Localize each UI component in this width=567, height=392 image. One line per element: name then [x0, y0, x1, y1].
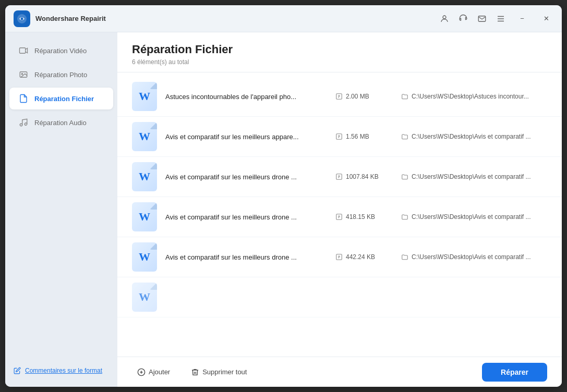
fichier-icon	[18, 93, 29, 104]
sidebar-item-audio[interactable]: Réparation Audio	[9, 112, 113, 133]
app-window: Wondershare Repairit	[5, 5, 562, 387]
file-path: C:\Users\WS\Desktop\Avis et comparatif .…	[401, 253, 547, 261]
sidebar-footer: Commentaires sur le format	[5, 361, 117, 381]
sidebar-label-audio: Réparation Audio	[34, 119, 87, 127]
file-size: 1.56 MB	[335, 133, 393, 140]
delete-all-button[interactable]: Supprimer tout	[186, 365, 252, 379]
svg-point-1	[21, 17, 23, 20]
mail-icon[interactable]	[477, 14, 487, 23]
file-name: Avis et comparatif sur les meilleurs dro…	[165, 213, 327, 221]
page-title: Réparation Fichier	[132, 43, 547, 56]
audio-icon	[18, 117, 29, 128]
close-button[interactable]: ✕	[539, 11, 553, 26]
photo-icon	[18, 69, 29, 80]
svg-point-11	[25, 123, 27, 126]
app-title: Wondershare Repairit	[35, 15, 440, 22]
feedback-text: Commentaires sur le format	[25, 367, 102, 374]
table-row: W Avis et comparatif sur les meilleurs a…	[117, 117, 562, 157]
content-header: Réparation Fichier 6 élément(s) au total	[117, 32, 562, 72]
menu-icon[interactable]	[496, 14, 505, 23]
titlebar: Wondershare Repairit	[5, 5, 562, 32]
svg-point-10	[20, 124, 22, 126]
file-icon: W	[132, 242, 157, 272]
svg-point-2	[443, 16, 446, 19]
delete-label: Supprimer tout	[202, 368, 247, 376]
file-name: Avis et comparatif sur les meilleurs dro…	[165, 173, 327, 181]
support-icon[interactable]	[459, 14, 468, 23]
video-icon	[18, 45, 29, 56]
file-size: 442.24 KB	[335, 253, 393, 261]
sidebar-item-video[interactable]: Réparation Vidéo	[9, 40, 113, 62]
file-path: C:\Users\WS\Desktop\Avis et comparatif .…	[401, 213, 547, 220]
sidebar: Réparation Vidéo Réparation Photo Répara…	[5, 32, 117, 387]
sidebar-item-photo[interactable]: Réparation Photo	[9, 64, 113, 85]
svg-rect-7	[20, 48, 26, 54]
app-logo	[14, 10, 30, 27]
repair-button[interactable]: Réparer	[482, 363, 547, 382]
table-row-partial: W	[117, 277, 562, 317]
main-layout: Réparation Vidéo Réparation Photo Répara…	[5, 32, 562, 387]
table-row: W Avis et comparatif sur les meilleurs d…	[117, 237, 562, 277]
minimize-button[interactable]: −	[515, 11, 529, 26]
file-list: W Astuces incontournables de l'appareil …	[117, 72, 562, 357]
file-name: Avis et comparatif sur les meilleurs dro…	[165, 253, 327, 261]
sidebar-item-fichier[interactable]: Réparation Fichier	[9, 88, 113, 109]
sidebar-label-video: Réparation Vidéo	[34, 47, 87, 55]
user-icon[interactable]	[440, 14, 449, 23]
file-name: Astuces incontournables de l'appareil ph…	[165, 93, 327, 101]
file-count: 6 élément(s) au total	[132, 58, 547, 66]
table-row: W Avis et comparatif sur les meilleurs d…	[117, 157, 562, 197]
file-path: C:\Users\WS\Desktop\Avis et comparatif .…	[401, 133, 547, 140]
sidebar-label-fichier: Réparation Fichier	[34, 95, 94, 103]
svg-point-9	[21, 74, 22, 75]
file-icon: W	[132, 283, 157, 312]
file-icon: W	[132, 122, 157, 151]
file-icon: W	[132, 162, 157, 191]
window-controls: − ✕	[440, 11, 553, 26]
file-icon: W	[132, 82, 157, 111]
content-footer: Ajouter Supprimer tout Réparer	[117, 357, 562, 387]
file-name: Avis et comparatif sur les meilleurs app…	[165, 133, 327, 141]
file-path: C:\Users\WS\Desktop\Astuces incontour...	[401, 93, 547, 100]
file-icon: W	[132, 202, 157, 231]
file-size: 1007.84 KB	[335, 173, 393, 180]
feedback-link[interactable]: Commentaires sur le format	[14, 367, 109, 374]
file-size: 418.15 KB	[335, 213, 393, 220]
sidebar-label-photo: Réparation Photo	[34, 71, 87, 79]
table-row: W Avis et comparatif sur les meilleurs d…	[117, 197, 562, 237]
add-label: Ajouter	[149, 368, 170, 376]
add-button[interactable]: Ajouter	[132, 365, 175, 379]
table-row: W Astuces incontournables de l'appareil …	[117, 77, 562, 117]
content-area: Réparation Fichier 6 élément(s) au total…	[117, 32, 562, 387]
file-size: 2.00 MB	[335, 93, 393, 100]
file-path: C:\Users\WS\Desktop\Avis et comparatif .…	[401, 173, 547, 180]
